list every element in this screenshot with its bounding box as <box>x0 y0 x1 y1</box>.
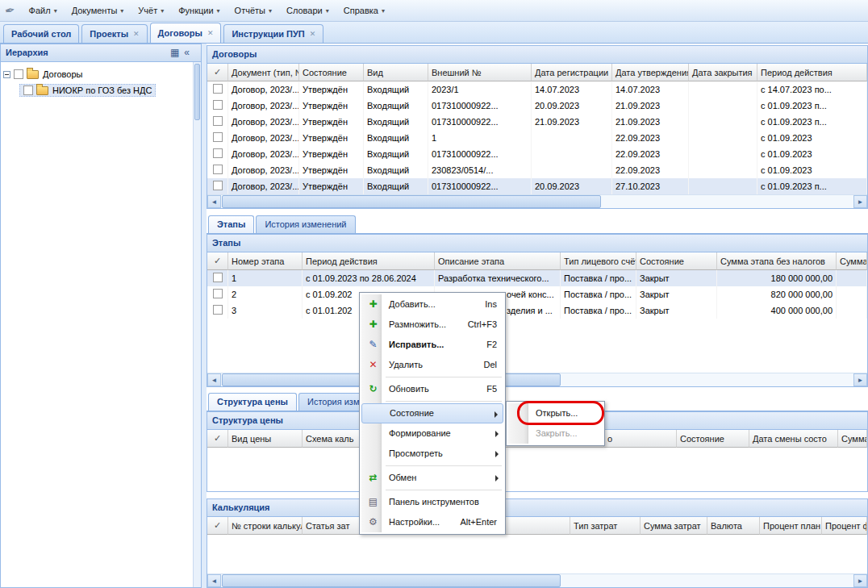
tab-projects[interactable]: Проекты✕ <box>81 24 147 43</box>
scrollbar-thumb[interactable] <box>222 574 561 587</box>
contracts-horizontal-scrollbar[interactable]: ◄ ► <box>207 194 867 208</box>
submenu-item-open[interactable]: Открыть... <box>508 403 603 423</box>
table-row[interactable]: 3с 01.01.202зделия и ...Поставка / про..… <box>207 302 867 319</box>
column-header[interactable]: Тип затрат <box>570 517 641 535</box>
column-header[interactable]: Сумма этапа без налогов <box>717 252 837 270</box>
table-row-selected[interactable]: 1с 01.09.2023 по 28.06.2024Разработка те… <box>207 270 867 286</box>
menubar-item-functions[interactable]: Функции▾ <box>171 2 227 19</box>
tab-desktop[interactable]: Рабочий стол <box>3 24 79 43</box>
table-row-selected[interactable]: Договор, 2023/...УтверждёнВходящий017310… <box>207 178 867 194</box>
table-row[interactable]: 2с 01.09.202очей конс...Поставка / про..… <box>207 286 867 302</box>
row-checkbox[interactable] <box>213 289 223 298</box>
menubar-item-file[interactable]: Файл▾ <box>22 2 65 19</box>
tree-node-checkbox[interactable] <box>23 85 33 95</box>
collapse-panel-icon[interactable]: « <box>184 47 190 58</box>
column-header-check[interactable]: ✓ <box>207 252 228 270</box>
close-icon[interactable]: ✕ <box>133 30 140 38</box>
tab-contracts[interactable]: Договоры✕ <box>150 23 222 43</box>
tree-node-checkbox[interactable] <box>14 69 23 79</box>
close-icon[interactable]: ✕ <box>207 29 214 37</box>
column-header[interactable]: Вид цены <box>228 430 303 448</box>
column-header-check[interactable]: ✓ <box>207 517 228 535</box>
menu-item-state[interactable]: Состояние <box>361 403 503 423</box>
row-checkbox[interactable] <box>213 100 223 110</box>
scroll-left-icon[interactable]: ◄ <box>207 574 221 587</box>
table-row[interactable]: Договор, 2023/...УтверждёнВходящий2023/1… <box>207 81 867 98</box>
column-header-check[interactable]: ✓ <box>207 430 228 448</box>
menu-item-toolbar-panel[interactable]: ▤Панель инструментов <box>361 492 503 512</box>
menu-item-edit[interactable]: ✎F2Исправить... <box>361 335 503 355</box>
stages-horizontal-scrollbar[interactable]: ◄ ► <box>207 373 867 386</box>
menubar-item-help[interactable]: Справка▾ <box>336 2 392 19</box>
menu-item-exchange[interactable]: ⇄Обмен <box>361 468 503 488</box>
menu-item-settings[interactable]: ⚙Alt+EnterНастройки... <box>361 512 503 532</box>
column-header[interactable]: Дата утверждения <box>612 64 689 81</box>
tab-instructions[interactable]: Инструкции ПУП✕ <box>223 24 323 43</box>
column-header[interactable]: Состояние <box>636 252 717 270</box>
column-header[interactable]: Сумма затрат <box>641 517 707 535</box>
table-row[interactable]: Договор, 2023/...УтверждёнВходящий122.09… <box>207 130 867 146</box>
column-header[interactable]: Процент план <box>760 517 822 535</box>
column-header[interactable]: Вид <box>364 64 428 81</box>
column-header[interactable]: Дата регистрации <box>532 64 612 81</box>
row-checkbox[interactable] <box>213 305 223 315</box>
column-header[interactable]: Документ (тип, № <box>228 64 299 81</box>
tab-price-structure[interactable]: Структура цены <box>208 393 297 411</box>
menu-item-refresh[interactable]: ↻F5Обновить <box>361 379 503 399</box>
row-checkbox[interactable] <box>213 148 223 158</box>
column-header[interactable]: Описание этапа <box>435 252 561 270</box>
scroll-right-icon[interactable]: ► <box>853 373 867 386</box>
menubar-item-documents[interactable]: Документы▾ <box>65 2 131 19</box>
column-header[interactable]: Валюта <box>707 517 760 535</box>
table-row[interactable]: Договор, 2023/...УтверждёнВходящий230823… <box>207 162 867 178</box>
collapse-node-icon[interactable] <box>3 71 10 78</box>
grid-view-icon[interactable]: ▦ <box>170 47 179 58</box>
column-header[interactable]: Дата закрытия <box>689 64 757 81</box>
row-checkbox[interactable] <box>213 84 223 94</box>
calc-horizontal-scrollbar[interactable]: ◄ ► <box>207 573 867 587</box>
menubar-item-dictionaries[interactable]: Словари▾ <box>279 2 336 19</box>
column-header[interactable]: Процент ф <box>822 517 867 535</box>
column-header-check[interactable]: ✓ <box>207 64 228 81</box>
menu-item-view[interactable]: Просмотреть <box>361 444 503 464</box>
column-header[interactable]: о <box>604 430 677 448</box>
selected-tree-node[interactable]: НИОКР по ГОЗ без НДС <box>19 84 156 97</box>
tab-stages[interactable]: Этапы <box>208 215 254 233</box>
column-header[interactable]: № строки калькул <box>228 517 303 535</box>
column-header[interactable]: Номер этапа <box>228 252 303 270</box>
menu-item-add[interactable]: ✚InsДобавить... <box>361 294 503 315</box>
tree-node-child[interactable]: НИОКР по ГОЗ без НДС <box>3 82 198 98</box>
column-header[interactable]: Дата смены состо <box>749 430 838 448</box>
column-header[interactable]: Внешний № <box>428 64 532 81</box>
column-header[interactable]: Состояние <box>677 430 749 448</box>
tab-change-history[interactable]: История изменений <box>256 215 355 233</box>
sidebar-vertical-scrollbar[interactable] <box>193 62 201 587</box>
scroll-right-icon[interactable]: ► <box>853 574 867 587</box>
scroll-right-icon[interactable]: ► <box>853 195 867 208</box>
column-header[interactable]: Состояние <box>299 64 364 81</box>
column-header[interactable]: Период действия <box>303 252 435 270</box>
menu-item-formation[interactable]: Формирование <box>361 423 503 444</box>
column-header[interactable]: Тип лицевого счёт <box>561 252 636 270</box>
menu-item-duplicate[interactable]: ✚Ctrl+F3Размножить... <box>361 315 503 335</box>
scroll-left-icon[interactable]: ◄ <box>207 373 221 386</box>
row-checkbox[interactable] <box>213 132 223 142</box>
table-row[interactable]: Договор, 2023/...УтверждёнВходящий017310… <box>207 98 867 114</box>
row-checkbox[interactable] <box>213 165 223 174</box>
menubar-item-reports[interactable]: Отчёты▾ <box>227 2 279 19</box>
column-header[interactable]: Период действия <box>757 64 867 81</box>
menubar-item-accounting[interactable]: Учёт▾ <box>131 2 171 19</box>
table-row[interactable]: Договор, 2023/...УтверждёнВходящий017310… <box>207 146 867 162</box>
close-icon[interactable]: ✕ <box>310 30 316 38</box>
scroll-left-icon[interactable]: ◄ <box>207 195 221 208</box>
row-checkbox[interactable] <box>213 273 223 282</box>
row-checkbox[interactable] <box>213 116 223 126</box>
table-row[interactable]: Договор, 2023/...УтверждёнВходящий017310… <box>207 114 867 130</box>
scrollbar-thumb[interactable] <box>194 64 200 120</box>
row-checkbox[interactable] <box>213 181 223 190</box>
scrollbar-thumb[interactable] <box>222 195 601 208</box>
tree-node-root[interactable]: Договоры <box>3 66 198 82</box>
column-header[interactable]: Сумма <box>837 252 867 270</box>
column-header[interactable]: Сумма <box>838 430 867 448</box>
menu-item-delete[interactable]: ✕DelУдалить <box>361 355 503 375</box>
